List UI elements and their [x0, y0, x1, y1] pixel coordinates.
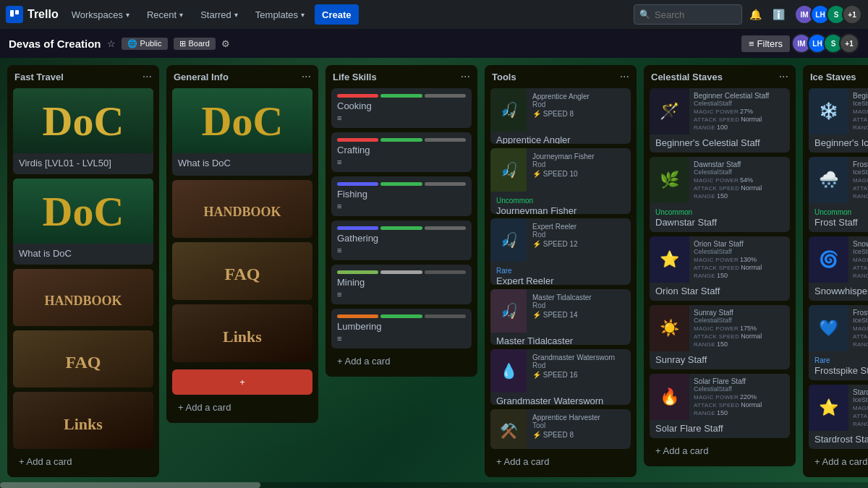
staff-card-sunray[interactable]: ☀️ Sunray Staff CelestialStaff MAGIC POW…	[650, 305, 790, 369]
create-button[interactable]: Create	[315, 4, 358, 25]
list-life-skills-title: Life Skills	[333, 72, 377, 82]
card-faq-gi[interactable]: FAQ	[172, 242, 312, 300]
frost-name: Frost Staff	[853, 160, 868, 168]
card-links-ft[interactable]: Links	[13, 392, 153, 449]
add-card-general-info[interactable]: + Add a card	[172, 398, 312, 417]
beginner-celestial-title: Beginner's Celestial Staff	[650, 134, 790, 153]
board-nav-right: ≡ Filters IM LH S +1	[741, 33, 859, 53]
stardrost-name: Stardrost Staff	[853, 388, 868, 396]
fishing-desc-icon: ≡	[337, 202, 466, 210]
board-view-tag[interactable]: ⊞ Board	[174, 38, 216, 50]
frost-info: Frost Staff IceStaff MAGIC POWER 54% ATT…	[848, 157, 868, 203]
tool-card-grandmaster-watersworn[interactable]: 💧 Grandmaster Watersworn Rod ⚡ SPEED 16 …	[490, 349, 631, 405]
card-what-is-doc-gi[interactable]: DoC What is DoC	[172, 88, 312, 176]
list-fast-travel-menu[interactable]: ···	[142, 71, 152, 82]
faq-ft-image: FAQ	[13, 330, 153, 388]
journeyman-fisher-type: Rod	[532, 160, 625, 168]
frostspike-rarity: Rare	[814, 356, 830, 364]
sunray-range: RANGE 150	[694, 341, 786, 348]
add-card-life-skills[interactable]: + Add a card	[331, 351, 472, 371]
staff-card-solar-flare[interactable]: 🔥 Solar Flare Staff CelestialStaff MAGIC…	[650, 374, 790, 438]
orion-inner: ⭐ Orion Star Staff CelestialStaff MAGIC …	[650, 236, 790, 283]
add-card-fast-travel[interactable]: + Add a card	[13, 452, 153, 471]
list-general-info-menu[interactable]: ···	[302, 71, 311, 82]
search-wrapper: 🔍	[634, 4, 742, 25]
grandmaster-watersworn-item-name: Grandmaster Watersworn	[532, 354, 625, 361]
visibility-tag[interactable]: 🌐 Public	[122, 38, 168, 50]
red-button-gi[interactable]: +	[172, 369, 312, 395]
avatar-extra[interactable]: +1	[842, 4, 862, 25]
list-general-info-cards: DoC What is DoC HANDBOOK	[172, 88, 312, 395]
board-navigation: Devas of Creation ☆ 🌐 Public ⊞ Board ⚙ ≡…	[0, 29, 868, 58]
skill-card-lumbering[interactable]: Lumbering ≡	[331, 309, 472, 348]
staff-card-snowwhisper[interactable]: 🌀 Snowwhisper Staff IceStaff MAGIC POWER…	[809, 236, 868, 301]
svg-rect-1	[15, 10, 19, 14]
add-card-tools[interactable]: + Add a card	[490, 452, 631, 471]
frostspike-info: Frostspike Staff IceStaff MAGIC POWER 17…	[848, 305, 868, 351]
list-life-skills-menu[interactable]: ···	[461, 71, 470, 82]
card-links-gi[interactable]: Links	[172, 304, 312, 362]
customize-icon[interactable]: ⚙	[221, 38, 230, 49]
add-card-ice-staves[interactable]: + Add a card	[809, 452, 868, 471]
apprentice-angler-info: Apprentice Angler Rod ⚡ SPEED 8	[527, 88, 631, 132]
skill-card-fishing[interactable]: Fishing ≡	[331, 176, 472, 216]
tool-card-apprentice-angler[interactable]: 🎣 Apprentice Angler Rod ⚡ SPEED 8 Appren…	[490, 88, 631, 144]
card-what-is-doc-ft[interactable]: DoC What is DoC	[13, 179, 153, 265]
apprentice-angler-speed: ⚡ SPEED 8	[532, 110, 625, 118]
frostspike-range: RANGE 150	[853, 341, 868, 348]
apprentice-harvester-type: Tool	[532, 421, 625, 429]
list-tools: Tools ··· 🎣 Apprentice Angler Rod ⚡ SPEE…	[485, 65, 637, 477]
tool-card-journeyman-fisher[interactable]: 🎣 Journeyman Fisher Rod ⚡ SPEED 10 Uncom…	[490, 148, 631, 214]
apprentice-angler-type: Rod	[532, 100, 625, 108]
card-faq-ft[interactable]: FAQ	[13, 330, 153, 388]
tool-card-apprentice-harvester[interactable]: ⚒️ Apprentice Harvester Tool ⚡ SPEED 8	[490, 409, 631, 449]
search-icon: 🔍	[639, 9, 650, 20]
skill-card-crafting[interactable]: Crafting ≡	[331, 132, 472, 172]
sunray-title: Sunray Staff	[650, 351, 790, 369]
workspaces-button[interactable]: Workspaces ▾	[64, 4, 137, 25]
mining-bar-3	[425, 270, 466, 274]
notification-bell-button[interactable]: 🔔	[745, 4, 765, 25]
stardrost-inner: ⭐ Stardrost Staff IceStaff MAGIC POWER 2…	[809, 385, 868, 431]
list-tools-menu[interactable]: ···	[620, 71, 629, 82]
skill-card-mining[interactable]: Mining ≡	[331, 265, 472, 304]
staff-card-frostspike[interactable]: 💙 Frostspike Staff IceStaff MAGIC POWER …	[809, 305, 868, 380]
recent-button[interactable]: Recent ▾	[140, 4, 190, 25]
card-virdis[interactable]: DoC Virdis [LVL01 - LVL50]	[13, 88, 153, 174]
info-button[interactable]: ℹ️	[768, 4, 788, 25]
beginner-celestial-as: ATTACK SPEED Normal	[694, 116, 786, 123]
staff-card-beginner-celestial[interactable]: 🪄 Beginner Celestial Staff CelestialStaf…	[650, 88, 790, 153]
filters-button[interactable]: ≡ Filters	[741, 35, 790, 52]
stardrost-as: ATTACK SPEED Normal	[853, 412, 868, 419]
staff-card-orion[interactable]: ⭐ Orion Star Staff CelestialStaff MAGIC …	[650, 236, 790, 301]
board-avatar-extra[interactable]: +1	[839, 33, 859, 53]
card-handbook-ft[interactable]: HANDBOOK	[13, 269, 153, 326]
apprentice-harvester-speed: ⚡ SPEED 8	[532, 431, 625, 439]
starred-button[interactable]: Starred ▾	[193, 4, 245, 25]
list-celestial-staves-menu[interactable]: ···	[779, 71, 788, 82]
master-tidalcaster-inner: 🎣 Master Tidalcaster Rod ⚡ SPEED 14	[490, 289, 631, 333]
trello-logo[interactable]: Trello	[6, 6, 59, 23]
mining-bar-2	[380, 270, 422, 274]
star-icon[interactable]: ☆	[107, 38, 116, 49]
staff-card-dawnstar[interactable]: 🌿 Dawnstar Staff CelestialStaff MAGIC PO…	[650, 157, 790, 232]
add-card-celestial-staves[interactable]: + Add a card	[650, 441, 790, 461]
staff-card-frost[interactable]: 🌨️ Frost Staff IceStaff MAGIC POWER 54% …	[809, 157, 868, 232]
snowwhisper-type: IceStaff	[853, 248, 868, 255]
frost-mp: MAGIC POWER 54%	[853, 176, 868, 184]
workspaces-chevron-icon: ▾	[126, 11, 129, 19]
skill-card-gathering[interactable]: Gathering ≡	[331, 221, 472, 260]
links-gi-image: Links	[172, 304, 312, 362]
lumbering-bar-1	[337, 314, 378, 318]
beginner-celestial-inner: 🪄 Beginner Celestial Staff CelestialStaf…	[650, 88, 790, 134]
list-fast-travel-title: Fast Travel	[14, 72, 64, 82]
templates-button[interactable]: Templates ▾	[248, 4, 312, 25]
staff-card-stardrost[interactable]: ⭐ Stardrost Staff IceStaff MAGIC POWER 2…	[809, 385, 868, 449]
skill-card-cooking[interactable]: Cooking ≡	[331, 88, 472, 128]
staff-card-beginner-ice[interactable]: ❄️ Beginner Ice Staff IceStaff MAGIC POW…	[809, 88, 868, 153]
card-handbook-gi[interactable]: HANDBOOK	[172, 180, 312, 238]
tool-card-expert-reeler[interactable]: 🎣 Expert Reeler Rod ⚡ SPEED 12 Rare Expe…	[490, 218, 631, 284]
gathering-desc-icon: ≡	[337, 246, 466, 254]
cooking-name: Cooking	[337, 100, 466, 111]
tool-card-master-tidalcaster[interactable]: 🎣 Master Tidalcaster Rod ⚡ SPEED 14 Mast…	[490, 289, 631, 345]
